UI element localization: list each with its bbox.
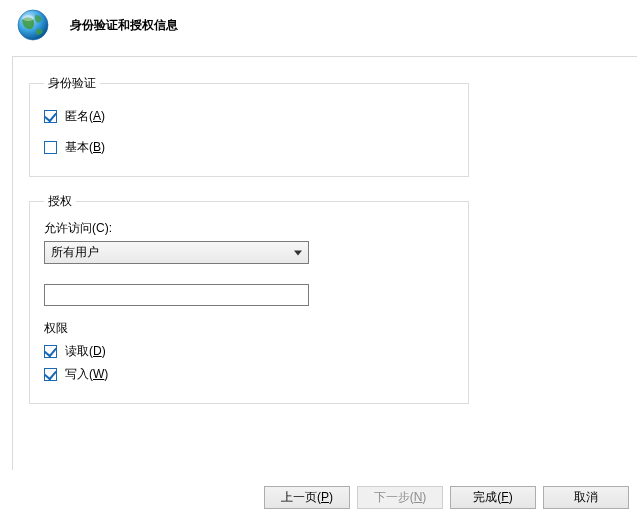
- read-label: 读取(D): [65, 343, 106, 360]
- write-checkbox[interactable]: [44, 368, 57, 381]
- permissions-heading: 权限: [44, 320, 454, 337]
- cancel-button[interactable]: 取消: [543, 486, 629, 509]
- dialog-title: 身份验证和授权信息: [70, 17, 178, 34]
- wizard-footer: 上一页(P) 下一步(N) 完成(F) 取消: [0, 474, 637, 520]
- anonymous-checkbox[interactable]: [44, 110, 57, 123]
- finish-button[interactable]: 完成(F): [450, 486, 536, 509]
- chevron-down-icon: [294, 250, 302, 255]
- anonymous-row: 匿名(A): [44, 108, 454, 125]
- specify-users-input[interactable]: [44, 284, 309, 306]
- authentication-group: 身份验证 匿名(A) 基本(B): [29, 75, 469, 177]
- previous-button[interactable]: 上一页(P): [264, 486, 350, 509]
- svg-point-1: [22, 15, 34, 21]
- next-button: 下一步(N): [357, 486, 443, 509]
- basic-row: 基本(B): [44, 139, 454, 156]
- write-row: 写入(W): [44, 366, 454, 383]
- authorization-group: 授权 允许访问(C): 所有用户 权限 读取(D) 写入(W): [29, 193, 469, 404]
- allow-access-selected: 所有用户: [51, 244, 99, 261]
- anonymous-label: 匿名(A): [65, 108, 105, 125]
- read-checkbox[interactable]: [44, 345, 57, 358]
- content-panel: 身份验证 匿名(A) 基本(B) 授权 允许访问(C): 所有用户: [12, 56, 637, 470]
- basic-label: 基本(B): [65, 139, 105, 156]
- read-row: 读取(D): [44, 343, 454, 360]
- globe-icon: [14, 6, 52, 44]
- basic-checkbox[interactable]: [44, 141, 57, 154]
- dialog-header: 身份验证和授权信息: [0, 0, 637, 54]
- allow-access-combo[interactable]: 所有用户: [44, 241, 309, 264]
- authentication-legend: 身份验证: [44, 75, 100, 92]
- authorization-legend: 授权: [44, 193, 76, 210]
- allow-access-label: 允许访问(C):: [44, 220, 454, 237]
- wizard-dialog: 身份验证和授权信息 身份验证 匿名(A) 基本(B) 授权 允: [0, 0, 637, 520]
- write-label: 写入(W): [65, 366, 108, 383]
